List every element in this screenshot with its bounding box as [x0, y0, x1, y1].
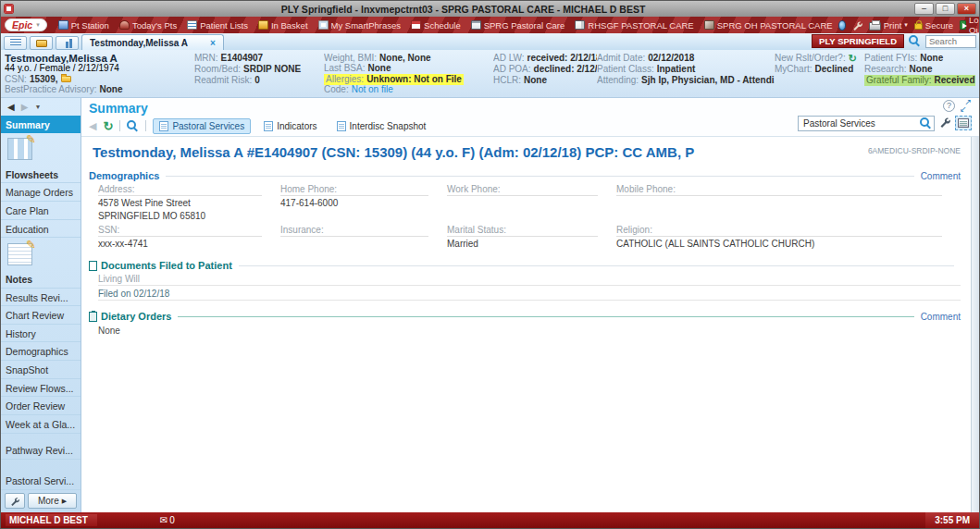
- sidebar-item-pathway-review[interactable]: Pathway Revi...: [1, 441, 81, 460]
- report-search-input[interactable]: [801, 117, 920, 129]
- reports-tab-button[interactable]: [56, 36, 79, 50]
- search-icon[interactable]: [909, 35, 921, 47]
- religion-value: CATHOLIC (ALL SAINTS CATHOLIC CHURCH): [616, 237, 942, 250]
- sidebar-flowsheets-tile[interactable]: ✎: [1, 133, 81, 166]
- view-button-indicators[interactable]: Indicators: [257, 118, 323, 134]
- religion-label: Religion:: [616, 222, 942, 237]
- grateful-family-highlight: Grateful Family:Received [10...: [864, 75, 975, 86]
- new-result-label: New Rslt/Order?:: [775, 53, 846, 64]
- history-dropdown-icon[interactable]: ▼: [34, 104, 41, 110]
- toolbar-schedule[interactable]: Schedule: [406, 20, 465, 31]
- code-status-link[interactable]: Not on file: [352, 85, 393, 96]
- sidebar-item-history[interactable]: History: [1, 325, 81, 343]
- allergies-value: Unknown: Not on File: [366, 74, 462, 85]
- logout-icon: [960, 20, 966, 30]
- in-basket-tab-button[interactable]: [30, 36, 53, 50]
- search-input[interactable]: [925, 35, 976, 48]
- patient-fyi-column: Patient FYIs:None Research:None Grateful…: [864, 53, 975, 95]
- logout-label: Log Out: [969, 15, 980, 35]
- mobile-phone-field: Mobile Phone:: [616, 181, 961, 222]
- sidebar-item-chart-review[interactable]: Chart Review: [1, 306, 81, 325]
- report-search-icon[interactable]: [127, 120, 139, 132]
- secure-label: Secure: [925, 20, 953, 31]
- toolbar-sprg-oh-pastoral-care[interactable]: SPRG OH PASTORAL CARE: [700, 20, 837, 31]
- demographics-comment-link[interactable]: Comment: [921, 171, 961, 181]
- sidebar-wrench-button[interactable]: [5, 493, 25, 509]
- window-titlebar: PLY Springfield - lnxvmepctrnt03 - SPRG …: [1, 1, 979, 17]
- view-label: Indicators: [277, 121, 316, 131]
- restore-button[interactable]: □: [936, 3, 955, 15]
- sidebar-bottom-row: More ▶: [1, 490, 81, 512]
- sidebar-item-week-at-a-glance[interactable]: Week at a Gla...: [1, 415, 81, 434]
- allergies-highlight[interactable]: Allergies:Unknown: Not on File: [324, 74, 464, 85]
- view-button-pastoral-services[interactable]: Pastoral Services: [153, 118, 251, 134]
- sidebar-item-summary[interactable]: Summary: [1, 116, 81, 133]
- secure-button[interactable]: Secure: [914, 20, 953, 31]
- sidebar-item-notes[interactable]: Notes: [1, 270, 81, 289]
- sidebar-item-manage-orders[interactable]: Manage Orders: [1, 183, 81, 202]
- in-basket-icon: [258, 20, 268, 30]
- expand-icon[interactable]: ↗ ↙: [960, 100, 972, 112]
- back-arrow-icon[interactable]: ◀: [7, 102, 15, 112]
- dietary-orders-section: Dietary Orders Comment None: [89, 311, 961, 336]
- weight-label: Weight, BMI:: [324, 53, 377, 64]
- flowsheets-icon: ✎: [7, 138, 32, 160]
- combo-search-icon[interactable]: [920, 117, 932, 129]
- address-label: Address:: [98, 181, 262, 196]
- sidebar-notes-tile[interactable]: ✎: [1, 238, 81, 270]
- toolbar-in-basket[interactable]: In Basket: [254, 20, 313, 31]
- report-search-combo[interactable]: [798, 116, 935, 131]
- dietary-comment-link[interactable]: Comment: [921, 312, 961, 322]
- new-result-refresh-icon[interactable]: ↻: [849, 53, 857, 64]
- report-scrollbar[interactable]: [971, 137, 979, 512]
- globe-icon[interactable]: [838, 20, 846, 31]
- sidebar-item-flowsheets[interactable]: Flowsheets: [1, 166, 81, 184]
- marital-status-field: Marital Status: Married: [447, 222, 616, 250]
- sidebar-item-review-flowsheets[interactable]: Review Flows...: [1, 379, 81, 398]
- epic-application-window: PLY Springfield - lnxvmepctrnt03 - SPRG …: [0, 0, 980, 529]
- refresh-icon[interactable]: ↻: [103, 119, 113, 133]
- mrn-label: MRN:: [194, 53, 218, 64]
- grateful-family-label: Grateful Family:: [866, 75, 932, 86]
- sidebar-item-care-plan[interactable]: Care Plan: [1, 202, 81, 220]
- sprg-oh-icon: [704, 20, 714, 30]
- epic-menu-button[interactable]: Epic ▾: [5, 18, 47, 31]
- marital-status-value: Married: [447, 237, 598, 250]
- sidebar-item-pastoral-services[interactable]: Pastoral Servi...: [1, 472, 81, 490]
- print-button[interactable]: Print ▾: [869, 20, 908, 31]
- sidebar-item-snapshot[interactable]: SnapShot: [1, 361, 81, 379]
- report-wrench-icon[interactable]: [939, 115, 950, 131]
- clipboard-icon: [89, 312, 97, 322]
- sidebar-item-education[interactable]: Education: [1, 220, 81, 239]
- patient-chart-tab[interactable]: Testmonday,Melissa A ×: [81, 34, 224, 50]
- sidebar-more-button[interactable]: More ▶: [28, 493, 77, 509]
- toolbar-patient-lists[interactable]: Patient Lists: [182, 20, 253, 31]
- close-button[interactable]: ×: [957, 3, 976, 15]
- toolbar-pt-station[interactable]: Pt Station: [54, 20, 114, 31]
- minimize-button[interactable]: –: [914, 3, 934, 15]
- bsa-label: Last BSA:: [324, 64, 365, 75]
- toolbar-rhsgf-pastoral-care[interactable]: RHSGF PASTORAL CARE: [570, 20, 698, 31]
- in-basket-status[interactable]: ✉ 0: [160, 515, 175, 525]
- sidebar-item-order-review[interactable]: Order Review: [1, 397, 81, 415]
- report-back-icon[interactable]: ◀: [89, 120, 96, 132]
- toolbar-my-smartphrases[interactable]: My SmartPhrases: [314, 20, 406, 31]
- sidebar-item-demographics[interactable]: Demographics: [1, 342, 81, 361]
- logout-button[interactable]: Log Out: [960, 15, 980, 35]
- tools-wrench-icon[interactable]: [852, 20, 862, 31]
- more-label: More: [38, 496, 59, 506]
- report-layout-button[interactable]: [955, 116, 972, 130]
- forward-arrow-icon[interactable]: ▶: [21, 102, 29, 112]
- view-button-interdisc-snapshot[interactable]: Interdisc Snapshot: [330, 118, 433, 134]
- address-line1: 4578 West Pine Street: [98, 196, 262, 209]
- mychart-value: Declined: [815, 64, 854, 75]
- encounter-folder-icon[interactable]: [61, 76, 71, 82]
- home-phone-value: 417-614-6000: [280, 196, 428, 209]
- toolbar-todays-pts[interactable]: Today's Pts: [115, 20, 181, 31]
- tab-close-icon[interactable]: ×: [210, 38, 216, 48]
- divider: [145, 120, 146, 131]
- help-icon[interactable]: ?: [943, 100, 955, 112]
- toolbar-sprg-pastoral-care[interactable]: SPRG Pastoral Care: [466, 20, 570, 31]
- sidebar-item-results-review[interactable]: Results Revi...: [1, 289, 81, 307]
- patient-lists-tab-button[interactable]: [4, 36, 27, 50]
